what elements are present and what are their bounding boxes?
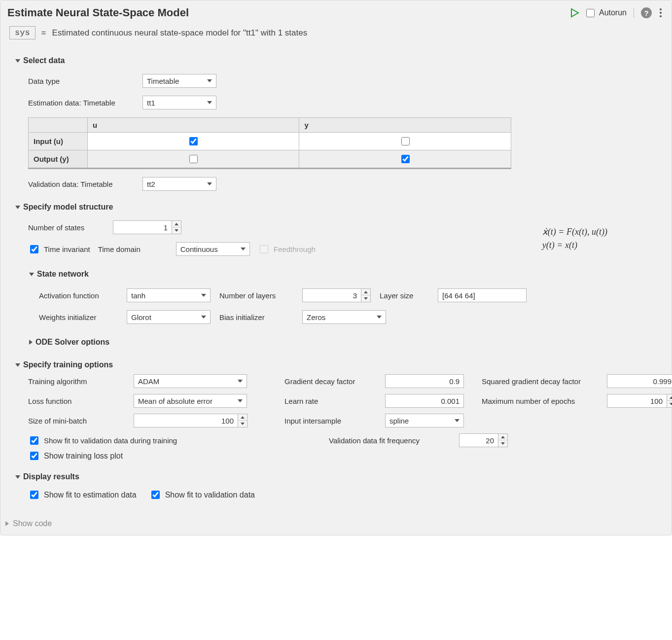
time-invariant-checkbox[interactable]: Time invariant [28, 244, 90, 255]
show-fit-estimation-checkbox[interactable]: Show fit to estimation data [28, 489, 137, 500]
weights-init-label: Weights initializer [39, 313, 118, 321]
validation-data-label: Validation data: Timetable [28, 180, 137, 188]
activation-dropdown[interactable]: tanh [127, 288, 211, 302]
time-domain-label: Time domain [98, 245, 141, 253]
section-label: Specify model structure [23, 203, 113, 212]
section-select-data[interactable]: Select data [15, 48, 657, 70]
chevron-down-icon [238, 399, 243, 402]
training-algo-dropdown[interactable]: ADAM [134, 374, 247, 388]
time-domain-dropdown[interactable]: Continuous [176, 242, 250, 256]
validation-freq-stepper[interactable]: 20 [459, 433, 508, 447]
col-header-u: u [87, 118, 299, 133]
show-fit-validation-during-training-checkbox[interactable]: Show fit to validation data during train… [28, 435, 177, 446]
grad-decay-field[interactable]: 0.9 [385, 374, 464, 388]
chevron-down-icon [377, 316, 382, 319]
autorun-label: Autorun [599, 8, 627, 17]
estimation-data-label: Estimation data: Timetable [28, 99, 137, 107]
bias-init-dropdown[interactable]: Zeros [302, 310, 386, 324]
dropdown-value: tt1 [147, 99, 155, 107]
step-down[interactable] [498, 440, 507, 447]
step-down[interactable] [172, 227, 181, 234]
dropdown-value: ADAM [138, 377, 159, 386]
help-icon[interactable]: ? [641, 7, 652, 18]
output-y-checkbox[interactable] [401, 155, 410, 163]
chevron-down-icon [207, 182, 212, 185]
intersample-dropdown[interactable]: spline [385, 414, 464, 427]
num-states-stepper[interactable]: 1 [113, 220, 181, 234]
section-label: Display results [23, 472, 79, 481]
weights-init-dropdown[interactable]: Glorot [127, 310, 211, 324]
input-y-checkbox[interactable] [401, 137, 410, 145]
validation-freq-label: Validation data fit frequency [329, 436, 452, 445]
output-variable-name[interactable]: sys [9, 26, 35, 39]
field-value: 0.9 [449, 377, 460, 386]
num-layers-stepper[interactable]: 3 [302, 288, 371, 302]
intersample-label: Input intersample [284, 417, 378, 425]
step-down[interactable] [667, 401, 672, 407]
dropdown-value: tanh [131, 291, 145, 300]
field-value: 0.001 [441, 397, 460, 405]
section-training-options[interactable]: Specify training options [15, 353, 657, 374]
autorun-checkbox[interactable]: Autorun [584, 7, 627, 19]
step-up[interactable] [361, 289, 370, 295]
field-value: 3 [353, 291, 357, 300]
checkbox-label: Feedthrough [274, 245, 316, 253]
table-corner [29, 118, 88, 133]
training-algo-label: Training algorithm [28, 377, 127, 386]
output-u-checkbox[interactable] [189, 155, 198, 163]
estimation-data-dropdown[interactable]: tt1 [142, 96, 216, 109]
dropdown-value: Glorot [131, 313, 151, 321]
subsection-state-network[interactable]: State network [15, 260, 657, 284]
bias-init-label: Bias initializer [219, 313, 293, 321]
chevron-down-icon [238, 380, 243, 383]
sq-grad-decay-label: Squared gradient decay factor [482, 377, 600, 386]
loss-dropdown[interactable]: Mean of absolute error [134, 394, 247, 408]
show-training-loss-checkbox[interactable]: Show training loss plot [28, 450, 123, 462]
field-value: [64 64 64] [442, 291, 475, 300]
step-up[interactable] [238, 414, 247, 421]
minibatch-stepper[interactable]: 100 [134, 414, 248, 427]
step-up[interactable] [172, 221, 181, 227]
subsection-label: State network [37, 270, 89, 279]
dropdown-value: Mean of absolute error [138, 397, 212, 405]
field-value: 100 [650, 397, 663, 405]
checkbox-label: Show fit to validation data [165, 491, 255, 499]
data-type-label: Data type [28, 77, 137, 85]
step-up[interactable] [498, 434, 507, 440]
chevron-right-icon [29, 340, 33, 345]
learn-rate-label: Learn rate [284, 397, 378, 405]
sq-grad-decay-field[interactable]: 0.999 [607, 374, 672, 388]
validation-data-dropdown[interactable]: tt2 [142, 177, 216, 191]
subsection-ode-solver[interactable]: ODE Solver options [15, 328, 657, 353]
chevron-down-icon [15, 475, 20, 479]
section-model-structure[interactable]: Specify model structure [15, 195, 657, 216]
step-down[interactable] [238, 421, 247, 427]
more-menu-icon[interactable] [657, 7, 665, 18]
equation-line: y(t) = x(t) [542, 239, 607, 252]
table-row: Input (u) [29, 133, 511, 150]
section-label: Select data [23, 56, 65, 65]
chevron-down-icon [207, 79, 212, 82]
show-fit-validation-checkbox[interactable]: Show fit to validation data [149, 489, 255, 500]
step-up[interactable] [667, 394, 672, 401]
activation-label: Activation function [39, 291, 118, 300]
step-down[interactable] [361, 295, 370, 302]
learn-rate-field[interactable]: 0.001 [385, 394, 464, 408]
dropdown-value: tt2 [147, 180, 155, 188]
max-epochs-stepper[interactable]: 100 [607, 394, 672, 408]
summary-row: sys = Estimated continuous neural state-… [0, 22, 672, 48]
svg-marker-0 [571, 9, 578, 17]
show-code-toggle[interactable]: Show code [0, 512, 672, 535]
checkbox-label: Show training loss plot [44, 452, 123, 461]
data-type-dropdown[interactable]: Timetable [142, 74, 216, 88]
dropdown-value: spline [389, 417, 409, 425]
section-display-results[interactable]: Display results [15, 464, 657, 486]
input-u-checkbox[interactable] [189, 137, 198, 145]
chevron-down-icon [207, 101, 212, 104]
subsection-label: ODE Solver options [35, 338, 109, 347]
run-icon[interactable] [569, 8, 579, 18]
chevron-down-icon [15, 59, 20, 63]
checkbox-label: Show fit to estimation data [44, 491, 137, 499]
col-header-y: y [299, 118, 511, 133]
layer-size-field[interactable]: [64 64 64] [438, 288, 527, 302]
